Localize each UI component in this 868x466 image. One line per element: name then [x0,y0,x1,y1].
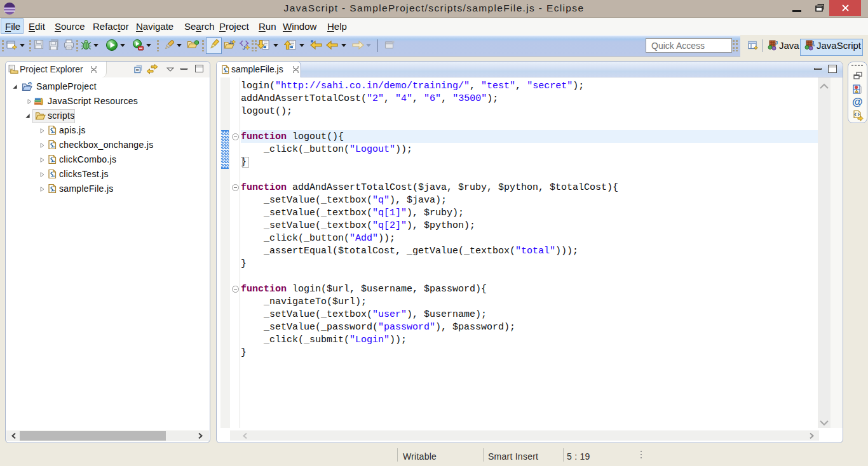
svg-text:J: J [775,40,778,46]
svg-text:s: s [813,43,815,47]
